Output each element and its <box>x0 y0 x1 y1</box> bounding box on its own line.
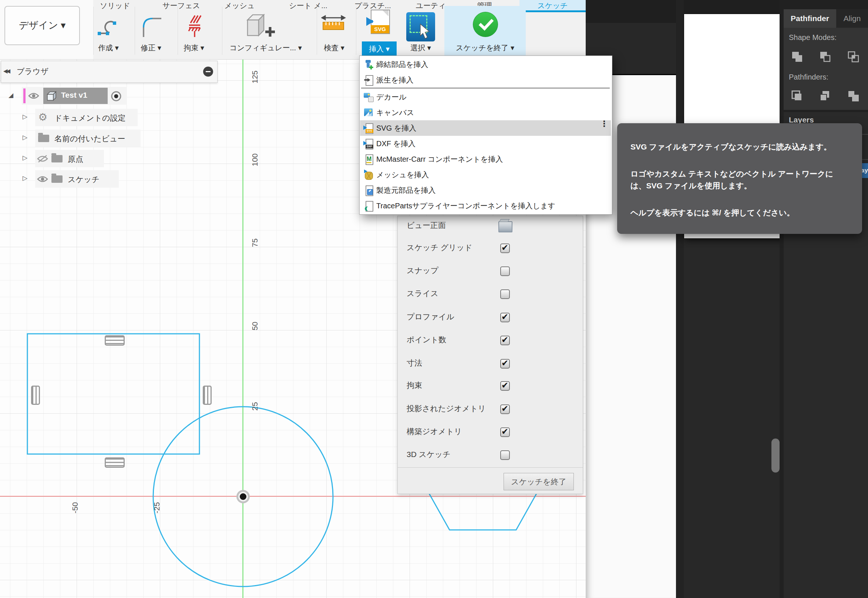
collapsed-arrow-icon[interactable]: ▷ <box>22 154 27 162</box>
folder-icon <box>38 135 49 142</box>
insert-dropdown-button[interactable]: 挿入 ▾ <box>362 42 397 56</box>
collapsed-arrow-icon[interactable]: ▷ <box>22 174 27 182</box>
browser-minimize-icon[interactable] <box>203 67 213 76</box>
palette-row-dimensions: 寸法 <box>406 358 422 368</box>
tree-row-sketches[interactable]: ▷ スケッチ <box>35 170 119 188</box>
activate-radio-icon[interactable] <box>111 91 122 102</box>
sketch-rectangle[interactable] <box>27 334 199 454</box>
menu-item-manufacturer-part[interactable]: 製造元部品を挿入 <box>360 182 611 198</box>
constraint-icon[interactable] <box>105 457 125 468</box>
fastener-insert-icon <box>363 59 374 70</box>
tooltip-line-1: SVG ファイルをアクティブなスケッチに読み込みます。 <box>630 141 849 153</box>
collapsed-arrow-icon[interactable]: ▷ <box>22 113 27 121</box>
select-tool-icon[interactable] <box>406 12 435 42</box>
sketch-grid-checkbox[interactable] <box>500 244 510 253</box>
construction-geometry-checkbox[interactable] <box>500 428 510 437</box>
tab-surface[interactable]: サーフェス <box>157 1 205 11</box>
inspect-measure-icon[interactable] <box>321 13 347 39</box>
pathfinder-divide-icon[interactable] <box>791 90 804 103</box>
tab-sheetmetal[interactable]: シート メ... <box>281 1 336 11</box>
scrollbar-thumb[interactable] <box>771 438 780 472</box>
tree-label: 原点 <box>68 154 83 164</box>
visibility-eye-icon[interactable] <box>37 175 48 183</box>
visibility-off-icon[interactable] <box>37 155 48 163</box>
palette-row-view-front: ビュー正面 <box>406 220 446 230</box>
tree-row-root[interactable]: ◢ Test v1 <box>22 87 127 105</box>
palette-row-snap: スナップ <box>406 265 438 276</box>
illustrator-gap <box>676 0 684 598</box>
constraint-icon[interactable] <box>203 386 212 405</box>
3d-sketch-checkbox[interactable] <box>500 450 510 460</box>
constraint-icon[interactable] <box>31 386 40 405</box>
menu-item-insert-svg[interactable]: SVG SVG を挿入 ⋮ <box>360 120 611 136</box>
design-workspace-button[interactable]: デザイン ▾ <box>4 6 80 45</box>
collapse-browser-icon[interactable]: ◀◀ <box>3 68 9 75</box>
tab-pathfinder[interactable]: Pathfinder <box>784 9 836 28</box>
profile-checkbox[interactable] <box>500 313 510 322</box>
slice-checkbox[interactable] <box>500 289 510 299</box>
x-axis-line <box>0 496 586 496</box>
select-menu-label[interactable]: 選択 ▾ <box>406 43 435 54</box>
tab-mesh[interactable]: メッシュ <box>217 1 263 11</box>
grid-label-x-neg50: -50 <box>71 495 79 521</box>
points-checkbox[interactable] <box>500 336 510 345</box>
component-name: Test v1 <box>61 91 87 100</box>
menu-item-insert-mesh[interactable]: メッシュを挿入 <box>360 167 611 182</box>
create-menu-label[interactable]: 作成 ▾ <box>94 43 123 54</box>
menu-item-insert-dxf[interactable]: DXF DXF を挿入 <box>360 136 611 151</box>
constrain-icon[interactable] <box>184 14 205 39</box>
constraints-checkbox[interactable] <box>500 381 510 391</box>
tree-row-named-views[interactable]: ▷ 名前の付いたビュー <box>35 130 140 147</box>
palette-footer-separator <box>398 467 583 468</box>
layers-divider <box>862 134 868 135</box>
pathfinders-label: Pathfinders: <box>789 73 828 81</box>
constraint-icon[interactable] <box>105 335 125 345</box>
menu-item-mcmaster[interactable]: M McMaster-Carr コンポーネントを挿入 <box>360 151 611 167</box>
modify-menu-label[interactable]: 修正 ▾ <box>136 43 166 54</box>
pathfinder-merge-icon[interactable] <box>847 90 860 103</box>
insert-svg-file-icon[interactable]: SVG <box>366 10 391 40</box>
menu-item-label: 派生を挿入 <box>376 75 413 85</box>
shape-mode-unite-icon[interactable] <box>791 51 804 63</box>
menu-item-fastener[interactable]: 締結部品を挿入 <box>360 57 611 72</box>
menu-item-canvas[interactable]: キャンバス <box>360 105 611 120</box>
view-front-icon[interactable] <box>498 221 512 232</box>
projected-geometry-checkbox[interactable] <box>500 404 510 414</box>
shape-mode-minus-front-icon[interactable] <box>819 51 832 63</box>
constrain-menu-label[interactable]: 拘束 ▾ <box>179 43 209 54</box>
tab-align[interactable]: Align <box>836 9 868 28</box>
tree-row-document-settings[interactable]: ▷ ⚙ ドキュメントの設定 <box>35 109 137 126</box>
dxf-insert-icon: DXF <box>363 138 374 149</box>
shape-mode-intersect-icon[interactable] <box>847 51 860 63</box>
configuration-icon[interactable] <box>242 11 278 43</box>
svg-insert-icon: SVG <box>363 123 374 133</box>
palette-row-projected-geometry: 投影されたジオメトリ <box>406 404 486 414</box>
folder-icon <box>51 155 63 163</box>
expand-icon[interactable]: ◢ <box>9 91 13 99</box>
inspect-menu-label[interactable]: 検査 ▾ <box>319 43 349 54</box>
create-sketch-icon[interactable] <box>96 14 121 39</box>
menu-item-decal[interactable]: デカール <box>360 89 611 105</box>
tree-row-origin[interactable]: ▷ 原点 <box>35 150 104 167</box>
menu-item-derive[interactable]: 派生を挿入 <box>360 72 611 88</box>
tab-sketch[interactable]: スケッチ <box>520 1 586 11</box>
dimensions-checkbox[interactable] <box>500 359 510 369</box>
menu-item-traceparts[interactable]: TracePartsサプライヤーコンポーネントを挿入します <box>360 198 611 214</box>
menu-item-label: 製造元部品を挿入 <box>376 185 435 195</box>
grid-label-y-125: 125 <box>251 64 259 90</box>
tab-solid[interactable]: ソリッド <box>94 1 136 11</box>
kebab-menu-icon[interactable]: ⋮ <box>600 122 605 126</box>
menu-item-label: デカール <box>376 92 406 102</box>
component-chip[interactable]: Test v1 <box>43 88 108 104</box>
modify-fillet-icon[interactable] <box>140 14 163 39</box>
grid-label-y-50: 50 <box>251 313 259 339</box>
configuration-menu-label[interactable]: コンフィギュレー... ▾ <box>225 43 306 54</box>
snap-checkbox[interactable] <box>500 266 510 276</box>
visibility-eye-icon[interactable] <box>28 92 40 100</box>
traceparts-icon <box>363 200 374 211</box>
browser-header[interactable]: ◀◀ ブラウザ <box>1 61 218 83</box>
collapsed-arrow-icon[interactable]: ▷ <box>22 134 27 141</box>
sketch-polygon-partial[interactable] <box>429 493 536 530</box>
finish-sketch-palette-button[interactable]: スケッチを終了 <box>503 473 574 490</box>
pathfinder-trim-icon[interactable] <box>819 90 832 103</box>
